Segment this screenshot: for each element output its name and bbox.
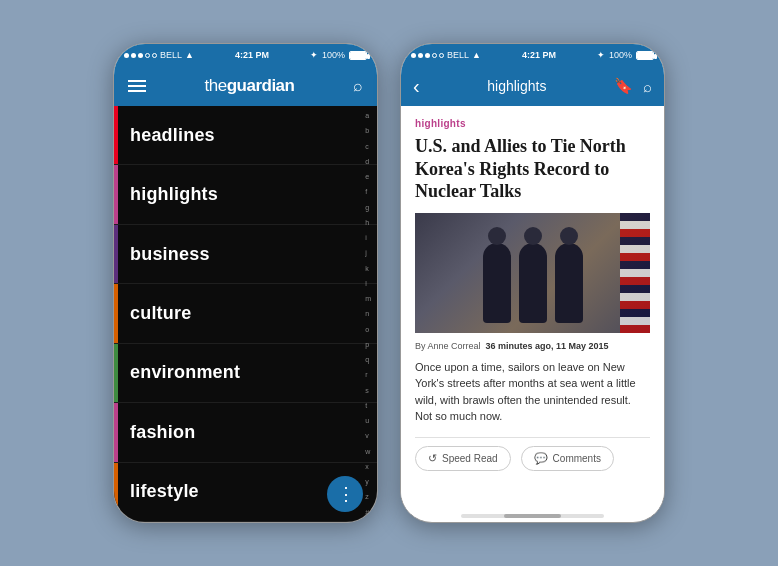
status-right-1: ✦ 100%	[310, 50, 367, 60]
article-actions: ↺ Speed Read 💬 Comments	[415, 437, 650, 471]
flag-stripe	[620, 213, 650, 333]
battery-fill-1	[350, 52, 366, 59]
carrier-2: BELL	[447, 50, 469, 60]
logo-prefix: the	[205, 76, 227, 95]
figure-1	[483, 243, 511, 323]
signal-dot-1	[124, 53, 129, 58]
article-section[interactable]: highlights	[415, 118, 650, 129]
hamburger-button[interactable]	[128, 80, 146, 92]
status-bar-1: BELL ▲ 4:21 PM ✦ 100%	[114, 44, 377, 66]
status-left-2: BELL ▲	[411, 50, 481, 60]
bluetooth-icon-1: ✦	[310, 50, 318, 60]
speed-read-button[interactable]: ↺ Speed Read	[415, 446, 511, 471]
nav-right-2: 🔖 ⌕	[614, 77, 652, 95]
battery-icon-1	[349, 51, 367, 60]
phone2-navbar: ‹ highlights 🔖 ⌕	[401, 66, 664, 106]
menu-item-highlights[interactable]: highlights	[114, 165, 377, 224]
article-author: By Anne Correal	[415, 341, 481, 351]
menu-label-culture: culture	[130, 303, 191, 324]
bookmark-icon[interactable]: 🔖	[614, 77, 633, 95]
article-meta: By Anne Correal 36 minutes ago, 11 May 2…	[415, 341, 650, 351]
status-left-1: BELL ▲	[124, 50, 194, 60]
status-right-2: ✦ 100%	[597, 50, 654, 60]
hamburger-line-3	[128, 90, 146, 92]
menu-item-culture[interactable]: culture	[114, 284, 377, 343]
signal-dots	[124, 53, 157, 58]
wifi-icon-1: ▲	[185, 50, 194, 60]
scroll-thumb	[504, 514, 561, 518]
scroll-indicator	[461, 514, 604, 518]
speed-read-label: Speed Read	[442, 453, 498, 464]
article-body: Once upon a time, sailors on leave on Ne…	[415, 359, 650, 425]
menu-label-fashion: fashion	[130, 422, 195, 443]
menu-label-headlines: headlines	[130, 125, 215, 146]
hamburger-line-2	[128, 85, 146, 87]
search-icon-1[interactable]: ⌕	[353, 77, 363, 95]
menu-item-business[interactable]: business	[114, 225, 377, 284]
bluetooth-icon-2: ✦	[597, 50, 605, 60]
menu-label-lifestyle: lifestyle	[130, 481, 199, 502]
phone-1: BELL ▲ 4:21 PM ✦ 100% theguardian ⌕	[113, 43, 378, 523]
signal-dot2-2	[418, 53, 423, 58]
article-timestamp: 36 minutes ago, 11 May 2015	[486, 341, 609, 351]
signal-dot-5	[152, 53, 157, 58]
menu-item-fashion[interactable]: fashion	[114, 403, 377, 462]
article-image-inner	[415, 213, 650, 333]
hamburger-line-1	[128, 80, 146, 82]
menu-item-environment[interactable]: environment	[114, 344, 377, 403]
article-headline: U.S. and Allies to Tie North Korea's Rig…	[415, 135, 650, 203]
signal-dot2-3	[425, 53, 430, 58]
phone-2: BELL ▲ 4:21 PM ✦ 100% ‹ highlights 🔖 ⌕	[400, 43, 665, 523]
wifi-icon-2: ▲	[472, 50, 481, 60]
phone1-navbar: theguardian ⌕	[114, 66, 377, 106]
logo-suffix: guardian	[227, 76, 295, 95]
fab-button[interactable]: ⋮	[327, 476, 363, 512]
back-button[interactable]: ‹	[413, 76, 420, 96]
figure-3	[555, 243, 583, 323]
comments-label: Comments	[553, 453, 601, 464]
battery-fill-2	[637, 52, 653, 59]
signal-dot2-4	[432, 53, 437, 58]
article-image	[415, 213, 650, 333]
figure-2	[519, 243, 547, 323]
comments-button[interactable]: 💬 Comments	[521, 446, 614, 471]
speed-read-icon: ↺	[428, 452, 437, 465]
signal-dots-2	[411, 53, 444, 58]
alphabet-sidebar: a b c d e f g h i j k l m n o p q	[365, 106, 371, 522]
battery-pct-1: 100%	[322, 50, 345, 60]
time-1: 4:21 PM	[235, 50, 269, 60]
search-icon-2[interactable]: ⌕	[643, 78, 652, 95]
comments-icon: 💬	[534, 452, 548, 465]
menu-label-environment: environment	[130, 362, 240, 383]
menu-item-headlines[interactable]: headlines	[114, 106, 377, 165]
signal-dot2-1	[411, 53, 416, 58]
fab-dots-icon: ⋮	[337, 483, 354, 505]
phones-container: BELL ▲ 4:21 PM ✦ 100% theguardian ⌕	[113, 43, 665, 523]
nav-title: highlights	[487, 78, 546, 94]
guardian-logo: theguardian	[205, 76, 295, 96]
battery-icon-2	[636, 51, 654, 60]
signal-dot-2	[131, 53, 136, 58]
signal-dot2-5	[439, 53, 444, 58]
carrier-1: BELL	[160, 50, 182, 60]
signal-dot-4	[145, 53, 150, 58]
menu-bg: headlines highlights business culture en…	[114, 106, 377, 522]
time-2: 4:21 PM	[522, 50, 556, 60]
battery-pct-2: 100%	[609, 50, 632, 60]
signal-dot-3	[138, 53, 143, 58]
status-bar-2: BELL ▲ 4:21 PM ✦ 100%	[401, 44, 664, 66]
menu-content: headlines highlights business culture en…	[114, 106, 377, 522]
nav-left-2: ‹	[413, 76, 420, 96]
menu-label-business: business	[130, 244, 210, 265]
article-content: highlights U.S. and Allies to Tie North …	[401, 106, 664, 514]
menu-label-highlights: highlights	[130, 184, 218, 205]
